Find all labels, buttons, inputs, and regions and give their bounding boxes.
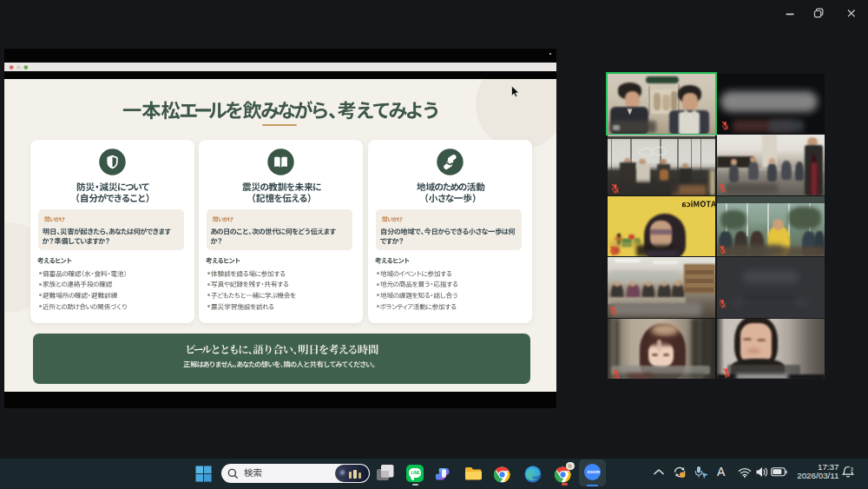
svg-text:3: 3 — [851, 466, 853, 472]
